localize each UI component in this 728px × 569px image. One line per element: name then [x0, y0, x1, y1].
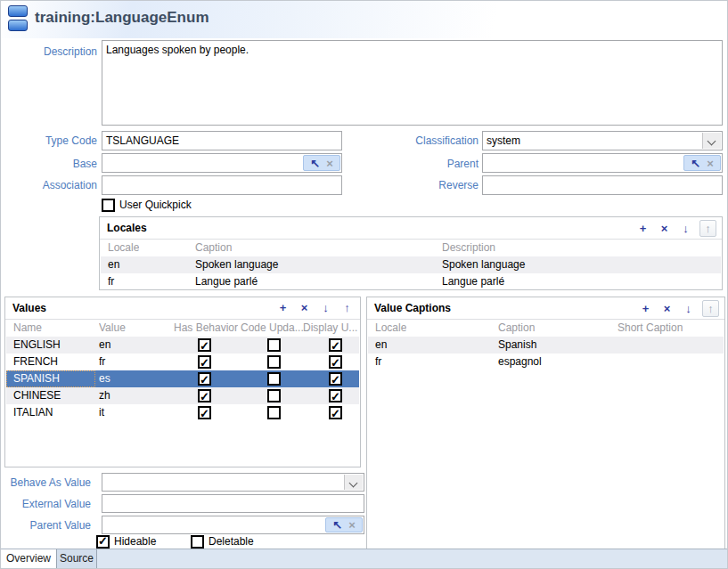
add-icon[interactable]: +	[275, 300, 290, 315]
column-header-has-behavior: Has Behavior	[174, 321, 238, 334]
cell-value: en	[99, 337, 110, 354]
tab-source[interactable]: Source	[57, 549, 97, 568]
cell-description: Spoken language	[442, 256, 525, 273]
clear-icon[interactable]: ×	[707, 158, 714, 169]
editor-header: training:LanguageEnum	[1, 1, 727, 38]
association-label: Association	[1, 179, 97, 191]
cell-caption: espagnol	[498, 354, 542, 370]
table-row[interactable]: fr Langue parlé Langue parlé	[101, 273, 721, 290]
delete-icon[interactable]: ×	[659, 301, 675, 316]
code-updatable-checkbox[interactable]	[267, 372, 281, 386]
base-picker-buttons: ↖ ×	[303, 155, 340, 171]
values-title: Values	[12, 302, 46, 314]
deletable-label: Deletable	[209, 535, 254, 548]
table-row[interactable]: FRENCH fr	[6, 354, 359, 370]
external-value-input[interactable]	[102, 494, 364, 513]
move-down-icon[interactable]: ↓	[681, 301, 696, 316]
chevron-down-icon[interactable]	[702, 133, 721, 149]
cell-value: fr	[99, 354, 105, 370]
editor-tab-bar: Overview Source	[1, 549, 727, 568]
value-captions-toolbar: + × ↓ ↑	[638, 300, 719, 317]
has-behavior-checkbox[interactable]	[198, 406, 211, 419]
move-down-icon[interactable]: ↓	[318, 300, 333, 315]
hideable-checkbox[interactable]	[96, 535, 110, 549]
clear-icon[interactable]: ×	[326, 158, 333, 169]
description-textarea[interactable]: Languages spoken by people.	[102, 40, 723, 126]
hideable-label: Hideable	[114, 535, 156, 548]
cell-locale: fr	[108, 273, 114, 290]
cell-caption: Spanish	[498, 337, 536, 354]
table-row[interactable]: ITALIAN it	[6, 404, 359, 421]
display-updatable-checkbox[interactable]	[329, 338, 342, 352]
column-header-display-updatable: Display U...	[303, 321, 357, 334]
values-panel-header: Values + × ↓ ↑	[5, 297, 360, 320]
table-row[interactable]: CHINESE zh	[6, 387, 359, 404]
move-up-icon[interactable]: ↑	[699, 220, 716, 237]
move-up-icon[interactable]: ↑	[339, 300, 355, 315]
column-header-code-updatable: Code Upda...	[241, 321, 304, 334]
parent-label: Parent	[357, 158, 479, 170]
clear-icon[interactable]: ×	[348, 519, 356, 531]
classification-select[interactable]: system	[482, 131, 723, 150]
column-header-caption: Caption	[498, 321, 535, 334]
has-behavior-checkbox[interactable]	[198, 372, 211, 386]
values-panel: Values + × ↓ ↑ Name Value Has Behavior C…	[4, 297, 361, 467]
column-header-description: Description	[442, 241, 495, 254]
display-updatable-checkbox[interactable]	[329, 355, 342, 369]
base-picker[interactable]: ↖ ×	[102, 153, 342, 173]
cell-name: SPANISH	[13, 370, 60, 387]
behave-as-value-label: Behave As Value	[1, 476, 91, 489]
code-updatable-checkbox[interactable]	[267, 406, 281, 419]
column-header-name: Name	[13, 321, 42, 334]
code-updatable-checkbox[interactable]	[267, 355, 281, 369]
tab-overview[interactable]: Overview	[1, 549, 57, 568]
description-label: Description	[1, 45, 97, 58]
behave-as-value-select[interactable]	[102, 473, 364, 492]
cell-value: zh	[99, 387, 110, 404]
add-icon[interactable]: +	[635, 221, 650, 236]
type-code-input[interactable]: TSLANGUAGE	[102, 131, 342, 150]
move-up-icon[interactable]: ↑	[702, 300, 719, 317]
cell-value: it	[99, 404, 104, 421]
has-behavior-checkbox[interactable]	[198, 389, 211, 402]
has-behavior-checkbox[interactable]	[198, 338, 211, 352]
display-updatable-checkbox[interactable]	[329, 406, 342, 419]
parent-value-label: Parent Value	[1, 519, 91, 532]
add-icon[interactable]: +	[638, 301, 653, 316]
user-quickpick-checkbox[interactable]	[102, 199, 115, 212]
column-header-locale: Locale	[108, 241, 139, 254]
type-code-label: Type Code	[1, 134, 97, 147]
move-down-icon[interactable]: ↓	[678, 221, 693, 236]
deletable-checkbox[interactable]	[191, 535, 204, 549]
reverse-input[interactable]	[482, 175, 723, 195]
locales-panel-header: Locales + × ↓ ↑	[100, 217, 722, 240]
chevron-down-icon[interactable]	[344, 475, 363, 490]
cell-name: ENGLISH	[13, 337, 61, 354]
delete-icon[interactable]: ×	[297, 300, 312, 315]
pick-arrow-icon[interactable]: ↖	[332, 519, 342, 531]
display-updatable-checkbox[interactable]	[329, 389, 342, 402]
cell-name: FRENCH	[13, 354, 58, 370]
parent-value-picker-buttons: ↖ ×	[325, 517, 363, 532]
code-updatable-checkbox[interactable]	[267, 338, 281, 352]
table-row[interactable]: fr espagnol	[368, 354, 724, 370]
parent-picker[interactable]: ↖ ×	[482, 153, 723, 173]
table-row[interactable]: SPANISH es	[6, 370, 359, 387]
has-behavior-checkbox[interactable]	[198, 355, 211, 369]
table-row[interactable]: en Spoken language Spoken language	[101, 256, 721, 273]
values-toolbar: + × ↓ ↑	[275, 300, 355, 315]
pick-arrow-icon[interactable]: ↖	[691, 158, 700, 169]
cell-name: CHINESE	[13, 387, 61, 404]
locales-column-headers: Locale Caption Description	[101, 240, 721, 256]
user-quickpick-label: User Quickpick	[119, 199, 192, 211]
table-row[interactable]: ENGLISH en	[6, 337, 359, 354]
pick-arrow-icon[interactable]: ↖	[310, 158, 320, 169]
association-input[interactable]	[102, 175, 342, 195]
parent-value-picker[interactable]: ↖ ×	[102, 516, 364, 534]
code-updatable-checkbox[interactable]	[267, 389, 281, 402]
table-row[interactable]: en Spanish	[368, 337, 724, 354]
display-updatable-checkbox[interactable]	[329, 372, 342, 386]
delete-icon[interactable]: ×	[657, 221, 672, 236]
enum-editor-window: training:LanguageEnum Description Langua…	[0, 0, 728, 569]
classification-label: Classification	[357, 134, 479, 147]
